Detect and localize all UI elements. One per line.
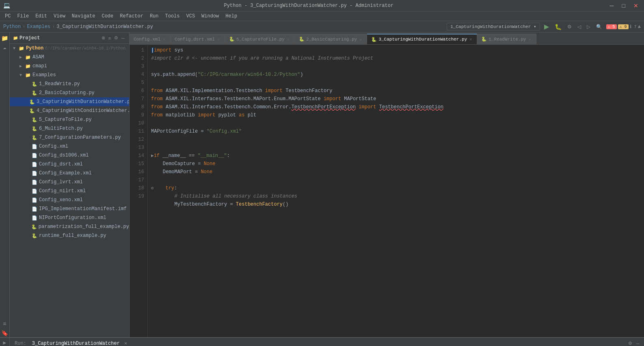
tree-configxeno-label: Config_xeno.xml bbox=[39, 197, 83, 203]
project-header: 📁 Project ⊕ ≡ ⚙ ─ bbox=[10, 32, 129, 44]
warning-badge: ⚠ 9 bbox=[618, 24, 629, 29]
tree-file-basiccap[interactable]: ▶ 🐍 2_BasicCapturing.py bbox=[10, 88, 129, 97]
editor-area: Config.xml ✕ Config_dsrt.xml ✕ 🐍 5_Captu… bbox=[130, 32, 644, 337]
toolbar-btn1[interactable]: ◁ bbox=[576, 23, 583, 30]
commit-icon[interactable]: ☁ bbox=[1, 43, 9, 51]
search-button[interactable]: 🔍 bbox=[594, 23, 604, 30]
bookmark-icon[interactable]: 🔖 bbox=[1, 329, 9, 337]
tree-file-durationwatcher[interactable]: ▶ 🐍 3_CapturingWithDurationWatcher.py bbox=[10, 97, 129, 106]
tab-configxml[interactable]: Config.xml ✕ bbox=[130, 34, 171, 44]
tree-file-configxml[interactable]: ▶ 📄 Config.xml bbox=[10, 142, 129, 151]
tree-file-configds1006[interactable]: ▶ 📄 Config_ds1006.xml bbox=[10, 151, 129, 160]
tree-cmapi[interactable]: ▶ 📁 cmapi bbox=[10, 62, 129, 71]
menu-navigate[interactable]: Navigate bbox=[69, 11, 99, 21]
tree-file-configexample[interactable]: ▶ 📄 Config_Example.xml bbox=[10, 169, 129, 178]
run-button[interactable]: ▶ bbox=[542, 22, 551, 31]
tree-niport-label: NIPortConfiguration.xml bbox=[39, 215, 106, 221]
editor-content[interactable]: 12345 678910 1112131415 16171819 |import… bbox=[130, 45, 644, 337]
tree-file-manifest[interactable]: ▶ 📄 IPG_ImplementationManifest.imf bbox=[10, 204, 129, 213]
tree-file-configxeno[interactable]: ▶ 📄 Config_xeno.xml bbox=[10, 196, 129, 204]
tree-file-configparams[interactable]: ▶ 🐍 7_ConfigurationParameters.py bbox=[10, 133, 129, 142]
tab-durationwatcher[interactable]: 🐍 3_CapturingWithDurationWatcher.py ✕ bbox=[367, 34, 477, 44]
tree-durationwatcher-label: 3_CapturingWithDurationWatcher.py bbox=[37, 99, 129, 105]
tab-durationwatcher-close[interactable]: ✕ bbox=[469, 37, 473, 42]
maximize-button[interactable]: □ bbox=[620, 2, 628, 10]
tab-configdsrt-label: Config_dsrt.xml bbox=[175, 37, 215, 42]
tree-readwrite-label: 1_ReadWrite.py bbox=[39, 81, 80, 87]
menu-window[interactable]: Window bbox=[198, 11, 222, 21]
collapse-button[interactable]: ≡ bbox=[107, 34, 112, 41]
main-layout: 📁 ☁ ≡ 🔖 📁 Project ⊕ ≡ ⚙ ─ ▼ 📁 Python C:/… bbox=[0, 32, 644, 337]
tree-file-readwrite[interactable]: ▶ 🐍 1_ReadWrite.py bbox=[10, 80, 129, 88]
tree-file-multifetch[interactable]: ▶ 🐍 6_MultiFetch.py bbox=[10, 124, 129, 133]
tree-runtime-label: runtime_full_example.py bbox=[39, 233, 106, 239]
project-panel: 📁 Project ⊕ ≡ ⚙ ─ ▼ 📁 Python C:/IPG/carm… bbox=[10, 32, 130, 337]
run-panel-minimize[interactable]: ─ bbox=[635, 340, 641, 346]
code-editor[interactable]: |import sys #import clr # <- uncomment i… bbox=[148, 45, 644, 337]
tab-capturefile-icon: 🐍 bbox=[229, 37, 235, 42]
tree-asam[interactable]: ▶ 📁 ASAM bbox=[10, 53, 129, 62]
menu-edit[interactable]: Edit bbox=[32, 11, 50, 21]
tree-confignilrt-label: Config_nilrt.xml bbox=[39, 188, 86, 194]
run-tab-close[interactable]: ✕ bbox=[124, 341, 127, 346]
breadcrumb-python[interactable]: Python bbox=[3, 24, 21, 30]
menu-refactor[interactable]: Refactor bbox=[117, 11, 147, 21]
run-play-icon[interactable]: ▶ bbox=[3, 340, 6, 346]
tree-capturefile-label: 5_CaptureToFile.py bbox=[39, 117, 92, 122]
tree-file-capturefile[interactable]: ▶ 🐍 5_CaptureToFile.py bbox=[10, 115, 129, 124]
tab-configxml-close[interactable]: ✕ bbox=[162, 37, 166, 42]
menu-run[interactable]: Run bbox=[147, 11, 162, 21]
tree-configds1006-label: Config_ds1006.xml bbox=[39, 153, 89, 158]
tab-basiccap-label: 2_BasicCapturing.py bbox=[306, 37, 357, 42]
minimize-panel-button[interactable]: ─ bbox=[120, 34, 126, 41]
minimize-button[interactable]: ─ bbox=[607, 2, 616, 10]
tree-file-confignilrt[interactable]: ▶ 📄 Config_nilrt.xml bbox=[10, 187, 129, 196]
tree-conditionwatcher-label: 4_CapturingWithConditionWatcher.py bbox=[37, 108, 129, 114]
menu-file[interactable]: File bbox=[14, 11, 32, 21]
breadcrumb-sep1: › bbox=[22, 24, 25, 30]
breadcrumb-examples[interactable]: Examples bbox=[27, 24, 50, 30]
locate-button[interactable]: ⊕ bbox=[100, 34, 106, 41]
tab-readwrite-close[interactable]: ✕ bbox=[528, 37, 532, 42]
project-tree: ▼ 📁 Python C:/IPG/carmaker/win64-10.2/Py… bbox=[10, 44, 129, 337]
tab-basiccap[interactable]: 🐍 2_BasicCapturing.py ✕ bbox=[295, 34, 367, 44]
tab-configdsrt-close[interactable]: ✕ bbox=[216, 37, 220, 42]
tree-file-niport[interactable]: ▶ 📄 NIPortConfiguration.xml bbox=[10, 213, 129, 222]
settings-button[interactable]: ⚙ bbox=[113, 34, 119, 41]
tab-capturefile[interactable]: 🐍 5_CaptureToFile.py ✕ bbox=[225, 34, 295, 44]
tree-root-label: Python bbox=[26, 45, 43, 51]
run-label: Run: bbox=[15, 341, 26, 346]
menu-help[interactable]: Help bbox=[222, 11, 240, 21]
tree-examples[interactable]: ▼ 📁 Examples bbox=[10, 71, 129, 80]
tab-configdsrt[interactable]: Config_dsrt.xml ✕ bbox=[171, 34, 225, 44]
tree-file-configlvrt[interactable]: ▶ 📄 Config_lvrt.xml bbox=[10, 178, 129, 187]
menu-pc[interactable]: PC bbox=[2, 11, 14, 21]
tree-file-configdsrt[interactable]: ▶ 📄 Config_dsrt.xml bbox=[10, 160, 129, 169]
tree-asam-label: ASAM bbox=[32, 54, 44, 60]
tab-capturefile-close[interactable]: ✕ bbox=[286, 37, 290, 42]
titlebar: 💻 Python - 3_CapturingWithDurationWatche… bbox=[0, 0, 644, 11]
project-icon[interactable]: 📁 bbox=[1, 34, 9, 42]
tree-configdsrt-label: Config_dsrt.xml bbox=[39, 161, 83, 167]
menu-view[interactable]: View bbox=[50, 11, 69, 21]
tree-examples-label: Examples bbox=[32, 72, 56, 78]
debug-button[interactable]: 🐛 bbox=[553, 23, 563, 31]
profile-button[interactable]: ⚙ bbox=[566, 23, 573, 30]
tree-file-conditionwatcher[interactable]: ▶ 🐍 4_CapturingWithConditionWatcher.py bbox=[10, 106, 129, 115]
tree-cmapi-label: cmapi bbox=[32, 63, 47, 69]
menu-vcs[interactable]: VCS bbox=[183, 11, 199, 21]
run-tab-durationwatcher[interactable]: 3_CapturingWithDurationWatcher ✕ bbox=[29, 340, 130, 346]
tree-file-runtime[interactable]: ▶ 🐍 runtime_full_example.py bbox=[10, 231, 129, 240]
structure-icon[interactable]: ≡ bbox=[1, 320, 9, 328]
run-config-dropdown[interactable]: 1_CapturingWithDurationWatcher ▾ bbox=[447, 23, 540, 30]
tree-root[interactable]: ▼ 📁 Python C:/IPG/carmaker/win64-10.2/Py… bbox=[10, 44, 129, 53]
tab-basiccap-close[interactable]: ✕ bbox=[359, 37, 363, 42]
menu-code[interactable]: Code bbox=[98, 11, 117, 21]
toolbar-btn2[interactable]: ▷ bbox=[585, 23, 592, 30]
tab-readwrite[interactable]: 🐍 1_ReadWrite.py ✕ bbox=[477, 34, 536, 44]
menu-tools[interactable]: Tools bbox=[162, 11, 183, 21]
tree-file-parametrization[interactable]: ▶ 🐍 parametrization_full_example.py bbox=[10, 222, 129, 231]
close-button[interactable]: ✕ bbox=[631, 2, 641, 10]
tab-readwrite-icon: 🐍 bbox=[481, 37, 487, 42]
run-panel-settings[interactable]: ⚙ bbox=[627, 340, 633, 346]
